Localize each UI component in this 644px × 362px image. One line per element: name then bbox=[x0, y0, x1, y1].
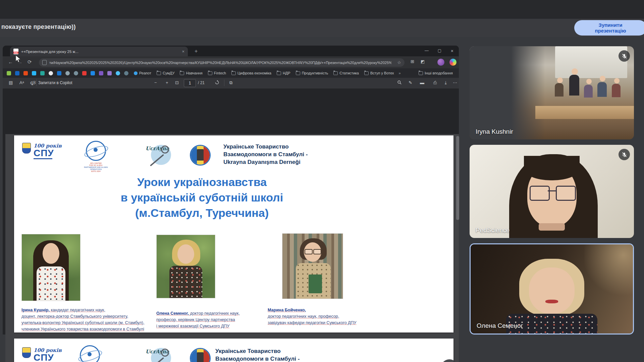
back-icon[interactable]: ← bbox=[8, 59, 13, 65]
save-icon[interactable]: ⤓ bbox=[445, 80, 447, 85]
text-size-icon[interactable]: Aᵃ bbox=[19, 80, 24, 85]
browser-tab-pdf[interactable]: ++Презентація для уроку 25 ж... × bbox=[10, 47, 188, 56]
bookmark-label: Цифрова економіка bbox=[237, 71, 271, 75]
video-tile-pedscience[interactable]: PedScience bbox=[470, 145, 634, 238]
bookmark-folder[interactable]: Продуктивність bbox=[296, 71, 328, 75]
bookmark-favicon[interactable] bbox=[107, 71, 112, 75]
person-line: кандидат педагогічних наук, bbox=[50, 308, 105, 312]
bookmark-favicon[interactable] bbox=[124, 71, 128, 75]
video-tile-olena-semenoh[interactable]: Олена Семеног bbox=[470, 243, 634, 335]
window-maximize-button[interactable]: ▢ bbox=[438, 48, 441, 53]
rotate-icon[interactable] bbox=[215, 80, 219, 86]
highlight-icon[interactable]: ▬ bbox=[420, 80, 424, 85]
bookmark-folder[interactable]: СумДУ bbox=[157, 71, 174, 75]
bookmark-label: Реапот bbox=[139, 71, 151, 75]
pdf-viewport[interactable]: 100 років СПУ SPU CENTER FOR SCI & EDU P… bbox=[5, 134, 459, 362]
tab-title: ++Презентація для уроку 25 ж... bbox=[21, 50, 78, 54]
pdf-scrollbar[interactable] bbox=[456, 136, 459, 220]
bookmarks-overflow-chevron[interactable]: » bbox=[399, 71, 401, 75]
person-desc-3: Марина Бойченко, доктор педагогічних нау… bbox=[268, 307, 357, 326]
address-bar[interactable]: ти/Науков%20рила%202025/2025%202026)/Цен… bbox=[39, 58, 405, 67]
bookmark-folder[interactable]: Вступ у Вотех bbox=[364, 71, 394, 75]
page-view-icon[interactable]: ⧉ bbox=[229, 80, 232, 85]
url-text: ти/Науков%20рила%202025/2025%202026)/Цен… bbox=[49, 61, 391, 65]
favorite-star-icon[interactable]: ☆ bbox=[397, 60, 401, 65]
org-line: Українське Товариство bbox=[223, 143, 308, 150]
folder-icon bbox=[157, 71, 161, 75]
zoom-in-icon[interactable]: + bbox=[166, 80, 168, 85]
society-badge-logo-2 bbox=[190, 348, 211, 362]
bookmark-favicon[interactable] bbox=[99, 71, 103, 75]
bookmark-folder[interactable]: НДР bbox=[277, 71, 290, 75]
bookmark-favicon[interactable] bbox=[49, 71, 53, 75]
new-tab-button[interactable]: + bbox=[195, 48, 198, 54]
glasses-bridge bbox=[548, 190, 556, 191]
person-name: Олена Семеног, bbox=[156, 311, 189, 316]
bookmark-folder[interactable]: Fintech bbox=[208, 71, 226, 75]
bookmark-folder[interactable]: Статистика bbox=[333, 71, 359, 75]
bookmark-favicon[interactable] bbox=[65, 71, 70, 75]
participant-name: Iryna Kushnir bbox=[476, 128, 513, 135]
print-icon[interactable]: ⎙ bbox=[433, 80, 437, 85]
mic-muted-badge bbox=[619, 50, 630, 62]
person-line: членкиня Українського товариства взаємод… bbox=[21, 326, 144, 333]
bookmark-favicon[interactable] bbox=[116, 71, 120, 75]
mic-off-icon bbox=[622, 152, 627, 158]
draw-icon[interactable]: ✎ bbox=[409, 80, 412, 85]
more-tools-icon[interactable]: ⋯ bbox=[453, 80, 457, 85]
zoom-out-icon[interactable]: − bbox=[154, 80, 157, 85]
folder-icon bbox=[208, 71, 212, 75]
copilot-icon[interactable] bbox=[449, 59, 457, 66]
bookmark-favicon[interactable] bbox=[23, 71, 28, 75]
bookmark-favicon[interactable] bbox=[7, 71, 11, 75]
mic-off-icon bbox=[622, 53, 627, 59]
participant-name: PedScience bbox=[476, 227, 509, 234]
bookmark-favicon[interactable] bbox=[32, 71, 36, 75]
ask-copilot-button[interactable]: Запитати в Copilot bbox=[38, 80, 72, 85]
video-tile-iryna-kushnir[interactable]: Iryna Kushnir bbox=[470, 46, 634, 139]
page-info-icon[interactable] bbox=[42, 60, 47, 65]
bookmark-favicon[interactable] bbox=[74, 71, 78, 75]
window-close-button[interactable]: × bbox=[451, 48, 453, 54]
spu-underline bbox=[34, 158, 52, 159]
search-icon bbox=[397, 80, 402, 85]
bookmark-folder[interactable]: Навчання bbox=[180, 71, 202, 75]
glasses-left-lens bbox=[530, 186, 550, 201]
ucrayna-circle-icon: UcrAyna bbox=[151, 145, 171, 165]
bookmark-favicon[interactable] bbox=[82, 71, 87, 75]
tab-close-icon[interactable]: × bbox=[182, 49, 184, 54]
org-title-2: Українське Товариство Взаємодопомоги в С… bbox=[215, 347, 300, 362]
society-badge-logo bbox=[190, 145, 211, 166]
ucrayna-logo-2: UcrAyna bbox=[151, 348, 171, 362]
extensions-icon[interactable]: ◩ bbox=[421, 59, 425, 64]
bookmark-label: Навчання bbox=[186, 71, 202, 75]
other-favorites-folder[interactable]: Інші вподобання bbox=[419, 71, 453, 75]
folder-icon bbox=[419, 71, 423, 75]
bookmark-folder[interactable]: Цифрова економіка bbox=[231, 71, 271, 75]
bookmark-favicon[interactable] bbox=[91, 71, 95, 75]
profile-avatar[interactable] bbox=[437, 59, 444, 66]
society-badge-icon bbox=[190, 348, 211, 362]
lamp-glow bbox=[584, 244, 633, 298]
search-icon[interactable] bbox=[397, 80, 402, 86]
bookmark-favicon[interactable] bbox=[40, 71, 45, 75]
toc-icon[interactable]: ▤ bbox=[9, 80, 13, 85]
read-aloud-icon[interactable]: ȡȣ bbox=[30, 80, 36, 85]
photo-iryna-kushnir bbox=[21, 234, 80, 301]
org-line: Українське Товариство bbox=[215, 347, 300, 355]
pdf-file-icon bbox=[13, 49, 18, 54]
bookmark-favicon[interactable] bbox=[57, 71, 61, 75]
neck bbox=[539, 223, 565, 231]
satellite-orbit-icon bbox=[80, 345, 100, 362]
bangs bbox=[524, 156, 580, 180]
bookmark-favicon[interactable] bbox=[15, 71, 19, 75]
fit-page-icon[interactable]: ⊡ bbox=[175, 80, 179, 85]
window-minimize-button[interactable]: — bbox=[425, 48, 429, 53]
bookmark-item[interactable]: Реапот bbox=[134, 71, 151, 75]
split-screen-icon[interactable]: ⊞ bbox=[411, 59, 414, 64]
forward-icon[interactable]: → bbox=[17, 59, 22, 65]
refresh-icon[interactable]: ⟳ bbox=[28, 59, 32, 65]
stop-presentation-button[interactable]: Зупинити презентацію bbox=[574, 20, 644, 36]
person-line: і мережевої взаємодії Сумського ДПУ bbox=[156, 323, 240, 329]
page-number-input[interactable]: 1 bbox=[184, 79, 196, 87]
